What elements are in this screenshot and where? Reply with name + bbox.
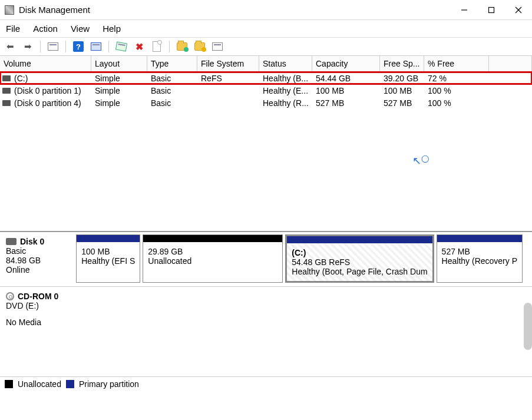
partition-size: 527 MB bbox=[442, 247, 517, 256]
col-freespace[interactable]: Free Sp... bbox=[380, 56, 424, 71]
partition-size: 100 MB bbox=[81, 247, 135, 256]
partition-block[interactable]: 527 MB Healthy (Recovery P bbox=[437, 234, 523, 283]
cell-status: Healthy (R... bbox=[259, 98, 312, 108]
busy-cursor-icon: ↖◯ bbox=[412, 154, 429, 167]
volume-icon bbox=[2, 75, 11, 81]
cell-pctfree: 72 % bbox=[424, 74, 489, 83]
app-icon bbox=[5, 5, 14, 15]
cell-fs: ReFS bbox=[197, 74, 259, 83]
window-title: Disk Management bbox=[19, 5, 90, 15]
properties-button[interactable] bbox=[115, 40, 128, 53]
col-volume[interactable]: Volume bbox=[0, 56, 91, 71]
cell-type: Basic bbox=[147, 98, 197, 108]
forward-button[interactable]: ➡ bbox=[21, 40, 34, 53]
disk-size: 84.98 GB bbox=[6, 256, 68, 265]
close-button[interactable] bbox=[505, 0, 532, 20]
menu-file[interactable]: File bbox=[6, 24, 20, 34]
legend-unallocated: Unallocated bbox=[18, 379, 61, 389]
volume-table-header: Volume Layout Type File System Status Ca… bbox=[0, 56, 532, 72]
partition-header-bar bbox=[287, 236, 432, 243]
col-empty bbox=[489, 56, 532, 71]
disk-icon bbox=[6, 238, 16, 245]
cdrom-icon bbox=[6, 292, 14, 300]
partition-status: Healthy (Recovery P bbox=[442, 256, 517, 266]
swatch-primary bbox=[66, 380, 74, 388]
partition-status: Healthy (Boot, Page File, Crash Dum bbox=[292, 267, 427, 276]
settings-button[interactable] bbox=[90, 40, 103, 53]
cell-layout: Simple bbox=[91, 86, 147, 95]
partition-header-bar bbox=[437, 235, 522, 242]
disk-graphical-pane: Disk 0 Basic 84.98 GB Online 100 MB Heal… bbox=[0, 231, 532, 376]
menu-help[interactable]: Help bbox=[103, 24, 121, 34]
menubar: File Action View Help bbox=[0, 20, 532, 38]
delete-button[interactable]: ✖ bbox=[133, 40, 146, 53]
legend-primary: Primary partition bbox=[79, 379, 139, 389]
cell-free: 39.20 GB bbox=[380, 74, 424, 83]
disk-row: Disk 0 Basic 84.98 GB Online 100 MB Heal… bbox=[0, 232, 532, 287]
volume-icon bbox=[2, 100, 11, 106]
cell-volume: (C:) bbox=[14, 74, 28, 83]
cell-capacity: 54.44 GB bbox=[312, 74, 380, 83]
toolbar: ⬅ ➡ ? ✖ bbox=[0, 38, 532, 56]
col-type[interactable]: Type bbox=[147, 56, 197, 71]
partition-size: 29.89 GB bbox=[148, 247, 277, 256]
titlebar: Disk Management bbox=[0, 0, 532, 20]
cell-type: Basic bbox=[147, 74, 197, 83]
disk-name: CD-ROM 0 bbox=[18, 292, 58, 301]
col-layout[interactable]: Layout bbox=[91, 56, 147, 71]
cell-pctfree: 100 % bbox=[424, 98, 489, 108]
col-filesystem[interactable]: File System bbox=[197, 56, 259, 71]
legend: Unallocated Primary partition bbox=[0, 376, 532, 391]
menu-view[interactable]: View bbox=[71, 24, 90, 34]
disk-label[interactable]: CD-ROM 0 DVD (E:) No Media bbox=[0, 287, 77, 332]
partition-status: Healthy (EFI S bbox=[81, 256, 135, 266]
disk-state: Online bbox=[6, 265, 68, 275]
cell-type: Basic bbox=[147, 86, 197, 95]
partition-header-bar bbox=[77, 235, 140, 242]
volume-icon bbox=[2, 88, 11, 94]
svg-rect-1 bbox=[489, 7, 494, 12]
cell-volume: (Disk 0 partition 1) bbox=[14, 86, 81, 95]
table-row[interactable]: (Disk 0 partition 1) Simple Basic Health… bbox=[0, 84, 532, 97]
vertical-scrollbar[interactable] bbox=[524, 303, 532, 350]
partition-size: 54.48 GB ReFS bbox=[292, 257, 427, 267]
partition-block[interactable]: (C:) 54.48 GB ReFS Healthy (Boot, Page F… bbox=[285, 234, 434, 283]
swatch-unallocated bbox=[5, 380, 13, 388]
cell-layout: Simple bbox=[91, 74, 147, 83]
cell-capacity: 100 MB bbox=[312, 86, 380, 95]
col-pctfree[interactable]: % Free bbox=[424, 56, 489, 71]
partition-status: Unallocated bbox=[148, 256, 277, 266]
cdrom-state: No Media bbox=[6, 318, 71, 327]
cell-status: Healthy (B... bbox=[259, 74, 312, 83]
partition-block[interactable]: 29.89 GB Unallocated bbox=[143, 234, 283, 283]
partition-block[interactable]: 100 MB Healthy (EFI S bbox=[76, 234, 140, 283]
volume-table-body: (C:) Simple Basic ReFS Healthy (B... 54.… bbox=[0, 72, 532, 231]
disk-name: Disk 0 bbox=[20, 237, 44, 246]
help-button[interactable]: ? bbox=[72, 40, 85, 53]
cell-free: 527 MB bbox=[380, 98, 424, 108]
col-capacity[interactable]: Capacity bbox=[312, 56, 380, 71]
partition-header-bar bbox=[143, 235, 282, 242]
col-status[interactable]: Status bbox=[259, 56, 312, 71]
cell-status: Healthy (E... bbox=[259, 86, 312, 95]
cell-volume: (Disk 0 partition 4) bbox=[14, 98, 81, 108]
cell-layout: Simple bbox=[91, 98, 147, 108]
maximize-button[interactable] bbox=[478, 0, 505, 20]
disk-type: Basic bbox=[6, 246, 68, 256]
show-hide-console-tree-button[interactable] bbox=[47, 40, 60, 53]
disk-label[interactable]: Disk 0 Basic 84.98 GB Online bbox=[0, 232, 74, 286]
cell-capacity: 527 MB bbox=[312, 98, 380, 108]
cell-free: 100 MB bbox=[380, 86, 424, 95]
back-button[interactable]: ⬅ bbox=[4, 40, 16, 53]
menu-action[interactable]: Action bbox=[33, 24, 58, 34]
disk-row: CD-ROM 0 DVD (E:) No Media bbox=[0, 287, 532, 332]
partition-title: (C:) bbox=[292, 248, 427, 257]
cdrom-desc: DVD (E:) bbox=[6, 301, 71, 310]
folder-2-button[interactable] bbox=[193, 40, 206, 53]
table-row[interactable]: (Disk 0 partition 4) Simple Basic Health… bbox=[0, 97, 532, 109]
view-options-button[interactable] bbox=[211, 40, 224, 53]
folder-1-button[interactable] bbox=[176, 40, 189, 53]
table-row[interactable]: (C:) Simple Basic ReFS Healthy (B... 54.… bbox=[0, 72, 532, 84]
page-button[interactable] bbox=[150, 40, 163, 53]
minimize-button[interactable] bbox=[451, 0, 478, 20]
